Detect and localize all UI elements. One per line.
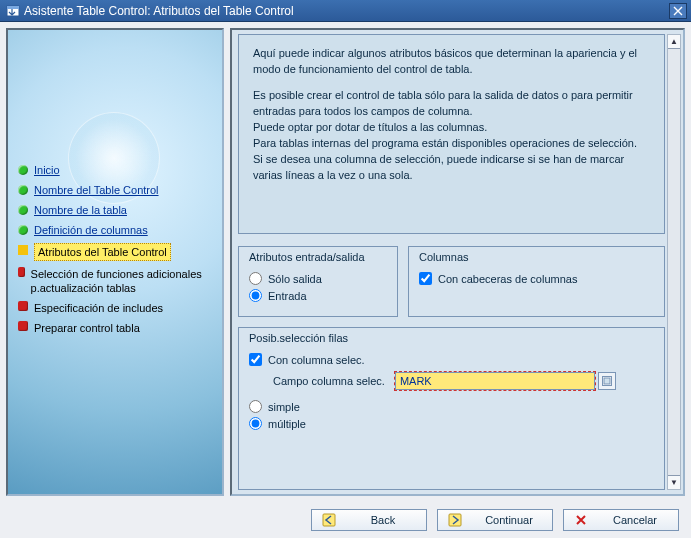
checkbox-label: Con cabeceras de columnas	[438, 273, 577, 285]
wizard-step-label[interactable]: Nombre de la tabla	[34, 203, 127, 217]
wizard-footer: Back Continuar Cancelar	[0, 502, 691, 538]
back-button[interactable]: Back	[311, 509, 427, 531]
sel-column-input[interactable]	[395, 372, 595, 390]
radio-input[interactable]	[249, 400, 262, 413]
wizard-step-label: Especificación de includes	[34, 301, 163, 315]
wizard-step: Especificación de includes	[14, 298, 218, 318]
checkbox-input[interactable]	[249, 353, 262, 366]
step-current-icon	[18, 245, 28, 255]
wizard-step-label: Selección de funciones adicionales p.act…	[31, 267, 214, 295]
wizard-step-label[interactable]: Inicio	[34, 163, 60, 177]
instruction-text: Es posible crear el control de tabla sól…	[253, 87, 650, 119]
group-title: Columnas	[419, 251, 654, 266]
wizard-step[interactable]: Nombre de la tabla	[14, 200, 218, 220]
step-done-icon	[18, 185, 28, 195]
svg-rect-1	[7, 6, 19, 9]
titlebar: Asistente Table Control: Atributos del T…	[0, 0, 691, 22]
value-help-button[interactable]	[598, 372, 616, 390]
instructions-panel: Aquí puede indicar algunos atributos bás…	[238, 34, 665, 234]
radio-input[interactable]	[249, 417, 262, 430]
radio-single-select[interactable]: simple	[249, 400, 654, 413]
wizard-step[interactable]: Nombre del Table Control	[14, 180, 218, 200]
wizard-step[interactable]: Definición de columnas	[14, 220, 218, 240]
scroll-down-icon[interactable]: ▼	[668, 475, 680, 489]
radio-input[interactable]	[249, 272, 262, 285]
groupbox-row: Atributos entrada/salida Sólo salida Ent…	[238, 246, 665, 317]
wizard-step[interactable]: Inicio	[14, 160, 218, 180]
wizard-step-current: Atributos del Table Control	[14, 240, 218, 264]
step-todo-icon	[18, 301, 28, 311]
window-icon	[6, 4, 20, 18]
radio-label: simple	[268, 401, 300, 413]
instruction-text: Aquí puede indicar algunos atributos bás…	[253, 45, 650, 77]
wizard-step: Selección de funciones adicionales p.act…	[14, 264, 218, 298]
wizard-nav: Inicio Nombre del Table Control Nombre d…	[6, 28, 224, 496]
group-io-attributes: Atributos entrada/salida Sólo salida Ent…	[238, 246, 398, 317]
step-done-icon	[18, 205, 28, 215]
continue-icon	[448, 513, 462, 527]
checkbox-with-sel-column[interactable]: Con columna selec.	[249, 353, 654, 366]
radio-label: Entrada	[268, 290, 307, 302]
wizard-step-label: Preparar control tabla	[34, 321, 140, 335]
wizard-step-label[interactable]: Nombre del Table Control	[34, 183, 159, 197]
group-columns: Columnas Con cabeceras de columnas	[408, 246, 665, 317]
window-title: Asistente Table Control: Atributos del T…	[24, 4, 669, 18]
button-label: Cancelar	[602, 514, 668, 526]
step-done-icon	[18, 225, 28, 235]
group-row-selection: Posib.selección filas Con columna selec.…	[238, 327, 665, 490]
checkbox-column-headers[interactable]: Con cabeceras de columnas	[419, 272, 654, 285]
back-icon	[322, 513, 336, 527]
step-todo-icon	[18, 267, 25, 277]
checkbox-label: Con columna selec.	[268, 354, 365, 366]
cancel-button[interactable]: Cancelar	[563, 509, 679, 531]
close-button[interactable]	[669, 3, 687, 19]
radio-label: Sólo salida	[268, 273, 322, 285]
group-title: Posib.selección filas	[249, 332, 654, 347]
button-label: Back	[350, 514, 416, 526]
cancel-icon	[574, 513, 588, 527]
wizard-step-label[interactable]: Definición de columnas	[34, 223, 148, 237]
step-todo-icon	[18, 321, 28, 331]
wizard-page: ▲ ▼ Aquí puede indicar algunos atributos…	[230, 28, 685, 496]
field-label: Campo columna selec.	[273, 375, 385, 387]
scroll-up-icon[interactable]: ▲	[668, 35, 680, 49]
scrollbar[interactable]: ▲ ▼	[667, 34, 681, 490]
button-label: Continuar	[476, 514, 542, 526]
work-area: Inicio Nombre del Table Control Nombre d…	[0, 22, 691, 502]
radio-label: múltiple	[268, 418, 306, 430]
group-title: Atributos entrada/salida	[249, 251, 387, 266]
radio-input[interactable]	[249, 289, 262, 302]
instruction-text: Puede optar por dotar de títulos a las c…	[253, 119, 650, 135]
radio-input-mode[interactable]: Entrada	[249, 289, 387, 302]
wizard-step: Preparar control tabla	[14, 318, 218, 338]
instruction-text: Para tablas internas del programa están …	[253, 135, 650, 151]
wizard-step-label: Atributos del Table Control	[34, 243, 171, 261]
instruction-text: Si se desea una columna de selección, pu…	[253, 151, 650, 183]
field-sel-column-name: Campo columna selec.	[273, 372, 654, 390]
wizard-step-list: Inicio Nombre del Table Control Nombre d…	[14, 160, 218, 338]
checkbox-input[interactable]	[419, 272, 432, 285]
radio-multi-select[interactable]: múltiple	[249, 417, 654, 430]
radio-output-only[interactable]: Sólo salida	[249, 272, 387, 285]
continue-button[interactable]: Continuar	[437, 509, 553, 531]
svg-rect-3	[604, 378, 610, 384]
step-done-icon	[18, 165, 28, 175]
